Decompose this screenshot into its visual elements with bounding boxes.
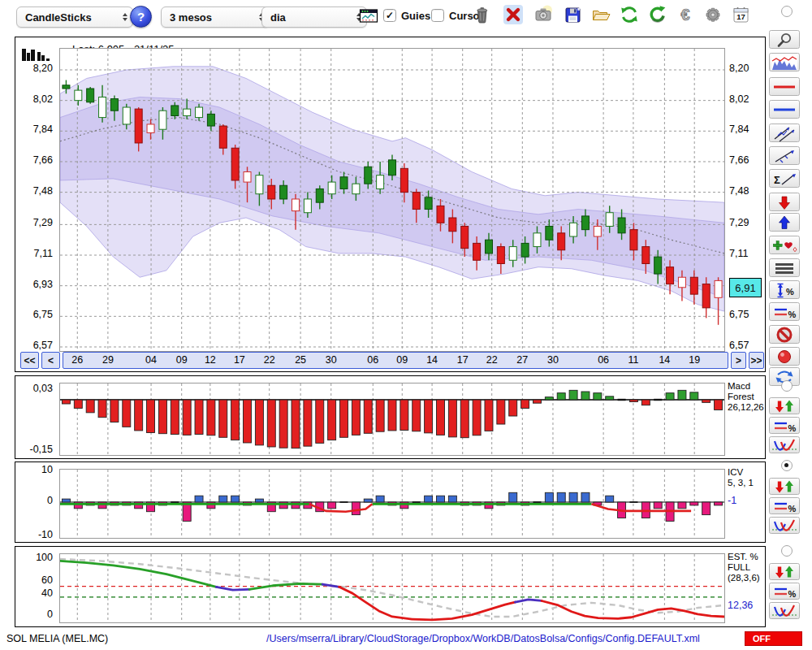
blue-line-icon [771, 102, 798, 118]
radio-macd-group[interactable] [781, 380, 793, 392]
calendar-button[interactable]: 17 [730, 4, 751, 25]
icv-lines-percent-button[interactable]: % [769, 497, 800, 514]
zoom-tool-button[interactable] [769, 30, 800, 49]
svg-text:€: € [680, 6, 689, 24]
indicator-chart-button[interactable] [769, 53, 800, 72]
radio-icv-group[interactable] [781, 460, 793, 471]
blue-line-tool-button[interactable] [769, 100, 800, 119]
interval-select[interactable]: dia [261, 6, 367, 28]
stoch-lines-percent-button[interactable]: % [769, 583, 800, 600]
nav-last-button[interactable]: >> [749, 352, 764, 369]
chevron-updown-icon [123, 13, 127, 21]
date-tick-label: 12 [205, 354, 216, 366]
icv-ytick-neg10: -10 [17, 529, 53, 540]
sigma-trend-tool-button[interactable]: Σ [769, 169, 800, 188]
chart-type-select[interactable]: CandleSticks [16, 6, 133, 28]
trash-icon [472, 5, 492, 25]
radio-main-chart-group[interactable] [781, 6, 793, 17]
icv-red-line [591, 504, 691, 511]
icv-ytick-10: 10 [17, 464, 53, 475]
sell-arrow-tool-button[interactable] [769, 193, 800, 211]
period-value: 3 mesos [170, 11, 212, 24]
snapshot-button[interactable] [533, 4, 554, 25]
red-down-arrow-icon [771, 193, 798, 211]
date-axis-strip[interactable]: 2629040912172225300609141722273006111419 [63, 352, 728, 369]
add-marker-tool-button[interactable] [769, 236, 800, 254]
candlestick-canvas[interactable] [60, 49, 724, 351]
svg-text:%: % [788, 422, 797, 432]
levels-list-tool-button[interactable] [769, 258, 800, 277]
vertical-percent-tool-button[interactable]: % [769, 280, 800, 299]
currency-button[interactable]: € [675, 4, 696, 25]
lines-percent-tool-button[interactable]: % [769, 302, 800, 321]
plus-marker-icon [770, 236, 799, 254]
calendar-icon: 17 [731, 5, 751, 25]
stoch-arrows-button[interactable] [769, 563, 800, 580]
help-button[interactable]: ? [130, 6, 152, 28]
icv-plot-area [59, 469, 725, 539]
lines-percent-icon: % [771, 303, 798, 321]
date-tick-label: 11 [628, 354, 638, 366]
macd-ytick-bottom: -0,15 [17, 444, 53, 455]
nav-next-button[interactable]: > [731, 352, 746, 369]
delete-button[interactable] [503, 4, 524, 25]
chart-config-button[interactable] [358, 6, 379, 27]
guies-label: Guies [401, 10, 430, 22]
macd-lines-percent-button[interactable]: % [769, 417, 800, 434]
price-tick-label: 6,57 [729, 340, 749, 351]
icv-curves-button[interactable] [769, 517, 800, 534]
record-button[interactable] [769, 347, 800, 366]
camera-icon [533, 4, 554, 25]
open-folder-icon [590, 4, 611, 25]
stoch-main-line [339, 587, 516, 620]
svg-text:%: % [788, 309, 797, 318]
price-tick-label: 8,02 [729, 93, 749, 105]
settings-button[interactable] [702, 4, 723, 25]
lines-percent-icon: % [771, 418, 798, 434]
icv-bars-layer [62, 492, 722, 521]
stochastic-panel: Full Estocastico 100 60 40 0 EST. % FULL… [15, 546, 766, 627]
stoch-signal-line [60, 559, 724, 617]
stoch-main-line [515, 600, 542, 602]
trash-button[interactable] [471, 4, 492, 25]
refresh-button[interactable] [619, 4, 640, 25]
buy-arrow-tool-button[interactable] [769, 213, 800, 232]
vertical-percent-icon: % [771, 281, 798, 299]
trendline-tool-button[interactable] [769, 146, 800, 165]
date-tick-label: 17 [234, 354, 245, 366]
price-tick-label: 8,20 [17, 63, 53, 74]
date-tick-label: 29 [102, 354, 114, 366]
stoch-ytick-100: 100 [17, 552, 53, 563]
main-plot-area[interactable] [59, 48, 725, 352]
macd-curves-button[interactable] [769, 436, 800, 453]
date-tick-label: 14 [426, 354, 438, 366]
channel-tool-button[interactable] [769, 124, 800, 142]
period-select[interactable]: 3 mesos [161, 6, 270, 28]
price-tick-label: 6,75 [729, 309, 749, 320]
icv-canvas [60, 470, 724, 538]
save-button[interactable] [562, 4, 583, 25]
stoch-last-value: 12,36 [728, 600, 753, 611]
nav-first-button[interactable]: << [20, 352, 39, 369]
date-tick-label: 30 [326, 354, 337, 366]
red-line-tool-button[interactable] [769, 77, 800, 96]
off-toggle-button[interactable]: OFF [745, 631, 802, 646]
date-tick-label: 06 [367, 354, 378, 366]
price-tick-label: 7,48 [17, 185, 53, 197]
disable-tool-button[interactable] [769, 325, 800, 344]
open-button[interactable] [590, 4, 611, 25]
price-tick-label: 7,48 [729, 185, 749, 197]
date-tick-label: 22 [264, 354, 275, 366]
radio-stoch-group[interactable] [781, 545, 793, 557]
icv-arrows-button[interactable] [769, 478, 800, 495]
undo-button[interactable] [647, 4, 668, 25]
nav-prev-button[interactable]: < [41, 352, 60, 369]
price-tick-label: 6,75 [17, 309, 53, 320]
guies-checkbox[interactable]: ✓ Guies [383, 9, 430, 22]
macd-arrows-button[interactable] [769, 397, 800, 414]
search-icon [772, 32, 797, 48]
date-tick-label: 04 [145, 354, 157, 366]
date-tick-label: 09 [396, 354, 408, 366]
stoch-curves-button[interactable] [769, 602, 800, 619]
down-up-arrows-icon [770, 398, 799, 414]
